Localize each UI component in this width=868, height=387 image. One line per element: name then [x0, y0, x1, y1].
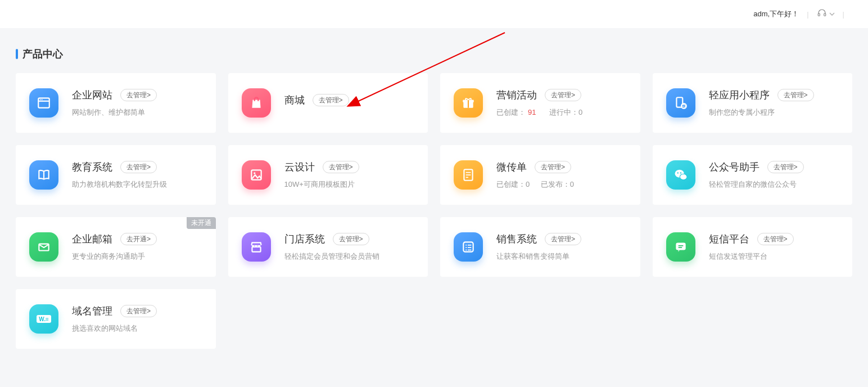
wechat-icon: [666, 160, 695, 190]
manage-button[interactable]: 去管理>: [545, 233, 581, 246]
published-value: 0: [570, 180, 574, 188]
card-title: 商城: [284, 93, 305, 107]
top-bar: adm,下午好！ | |: [0, 0, 868, 28]
card-sales-system[interactable]: 销售系统 去管理> 让获客和销售变得简单: [440, 217, 640, 277]
domain-icon: W.≡: [29, 304, 58, 334]
svg-rect-23: [252, 247, 260, 252]
card-desc: 更专业的商务沟通助手: [72, 251, 202, 262]
card-title: 短信平台: [709, 232, 749, 246]
card-mall[interactable]: 商城 去管理>: [228, 73, 428, 133]
manage-button[interactable]: 去管理>: [120, 161, 157, 174]
svg-point-10: [681, 103, 687, 109]
svg-point-19: [680, 174, 687, 180]
card-desc: 制作您的专属小程序: [709, 107, 839, 118]
manage-button[interactable]: 去管理>: [323, 161, 359, 174]
svg-point-27: [465, 247, 467, 248]
card-desc: 助力教培机构数字化转型升级: [72, 179, 202, 190]
card-desc: 让获客和销售变得简单: [496, 251, 627, 262]
created-label: 已创建：: [496, 108, 526, 116]
card-cloud-design[interactable]: 云设计 去管理> 10W+可商用模板图片: [228, 145, 428, 205]
manage-button[interactable]: 去管理>: [120, 305, 157, 318]
section-header: 产品中心: [16, 47, 852, 61]
card-desc: 短信发送管理平台: [709, 251, 839, 262]
svg-point-29: [465, 249, 467, 250]
product-row-2: 教育系统 去管理> 助力教培机构数字化转型升级 云设计 去管理> 10W+可商用…: [16, 145, 852, 205]
card-stats: 已创建：0 已发布：0: [496, 179, 627, 190]
card-stats: 已创建：91 进行中：0: [496, 107, 627, 118]
card-domain[interactable]: W.≡ 域名管理 去管理> 挑选喜欢的网站域名: [16, 289, 216, 349]
section-title: 产品中心: [22, 47, 63, 61]
chevron-down-icon: [829, 9, 835, 19]
manage-button[interactable]: 去管理>: [767, 161, 804, 174]
card-miniapp[interactable]: 轻应用小程序 去管理> 制作您的专属小程序: [653, 73, 853, 133]
svg-point-4: [40, 99, 41, 100]
card-title: 云设计: [284, 160, 315, 174]
card-flyer[interactable]: 微传单 去管理> 已创建：0 已发布：0: [440, 145, 640, 205]
support-dropdown[interactable]: [817, 8, 835, 20]
card-title: 教育系统: [72, 160, 112, 174]
card-title: 企业网站: [72, 88, 112, 102]
shopping-bag-icon: [242, 88, 271, 118]
card-desc: 挑选喜欢的网站域名: [72, 323, 202, 334]
image-icon: [242, 160, 271, 190]
sms-icon: [666, 232, 695, 262]
gift-icon: [454, 88, 483, 118]
store-icon: [242, 232, 271, 262]
manage-button[interactable]: 去管理>: [777, 89, 814, 102]
greeting-text: adm,下午好！: [753, 9, 799, 19]
card-title: 门店系统: [284, 232, 325, 246]
manage-button[interactable]: 去管理>: [120, 89, 157, 102]
card-marketing[interactable]: 营销活动 去管理> 已创建：91 进行中：0: [440, 73, 640, 133]
website-icon: [29, 88, 58, 118]
product-row-1: 企业网站 去管理> 网站制作、维护都简单 商城 去管理>: [16, 73, 852, 133]
svg-rect-31: [676, 242, 685, 250]
card-enterprise-website[interactable]: 企业网站 去管理> 网站制作、维护都简单: [16, 73, 216, 133]
divider: |: [843, 10, 844, 19]
card-enterprise-mail[interactable]: 未开通 企业邮箱 去开通> 更专业的商务沟通助手: [16, 217, 216, 277]
product-row-4: W.≡ 域名管理 去管理> 挑选喜欢的网站域名: [16, 289, 852, 349]
card-desc: 轻松管理自家的微信公众号: [709, 179, 839, 190]
created-value: 91: [528, 108, 536, 116]
created-label: 已创建：: [496, 180, 526, 188]
card-title: 企业邮箱: [72, 232, 112, 246]
card-desc: 10W+可商用模板图片: [284, 179, 415, 190]
svg-rect-1: [824, 14, 825, 16]
card-title: 公众号助手: [709, 160, 760, 174]
svg-point-5: [42, 99, 43, 100]
book-icon: [29, 160, 58, 190]
card-desc: 网站制作、维护都简单: [72, 107, 202, 118]
open-button[interactable]: 去开通>: [120, 233, 157, 246]
svg-point-21: [680, 172, 681, 173]
svg-point-13: [254, 172, 255, 174]
published-label: 已发布：: [541, 180, 570, 188]
svg-point-20: [677, 172, 678, 173]
card-store-system[interactable]: 门店系统 去管理> 轻松搞定会员管理和会员营销: [228, 217, 428, 277]
divider: |: [807, 10, 808, 19]
card-desc: 轻松搞定会员管理和会员营销: [284, 251, 415, 262]
ongoing-label: 进行中：: [549, 108, 578, 116]
card-title: 营销活动: [496, 88, 537, 102]
card-title: 域名管理: [72, 304, 112, 318]
card-title: 轻应用小程序: [709, 88, 770, 102]
list-icon: [454, 232, 483, 262]
manage-button[interactable]: 去管理>: [757, 233, 794, 246]
card-title: 销售系统: [496, 232, 537, 246]
svg-text:W.≡: W.≡: [39, 316, 49, 322]
manage-button[interactable]: 去管理>: [535, 161, 571, 174]
card-title: 微传单: [496, 160, 527, 174]
svg-point-25: [465, 245, 467, 246]
card-education[interactable]: 教育系统 去管理> 助力教培机构数字化转型升级: [16, 145, 216, 205]
not-open-badge: 未开通: [187, 217, 216, 229]
ongoing-value: 0: [578, 108, 582, 116]
manage-button[interactable]: 去管理>: [313, 94, 349, 107]
product-row-3: 未开通 企业邮箱 去开通> 更专业的商务沟通助手 门店系统 去管理>: [16, 217, 852, 277]
mail-icon: [29, 232, 58, 262]
flyer-icon: [454, 160, 483, 190]
svg-rect-0: [818, 14, 820, 16]
content-area: 产品中心 企业网站 去管理> 网站制作、维护都简单 商城 去管: [0, 28, 868, 360]
manage-button[interactable]: 去管理>: [545, 89, 581, 102]
manage-button[interactable]: 去管理>: [333, 233, 369, 246]
section-accent-bar: [16, 49, 18, 59]
card-wechat-helper[interactable]: 公众号助手 去管理> 轻松管理自家的微信公众号: [653, 145, 853, 205]
card-sms[interactable]: 短信平台 去管理> 短信发送管理平台: [653, 217, 853, 277]
